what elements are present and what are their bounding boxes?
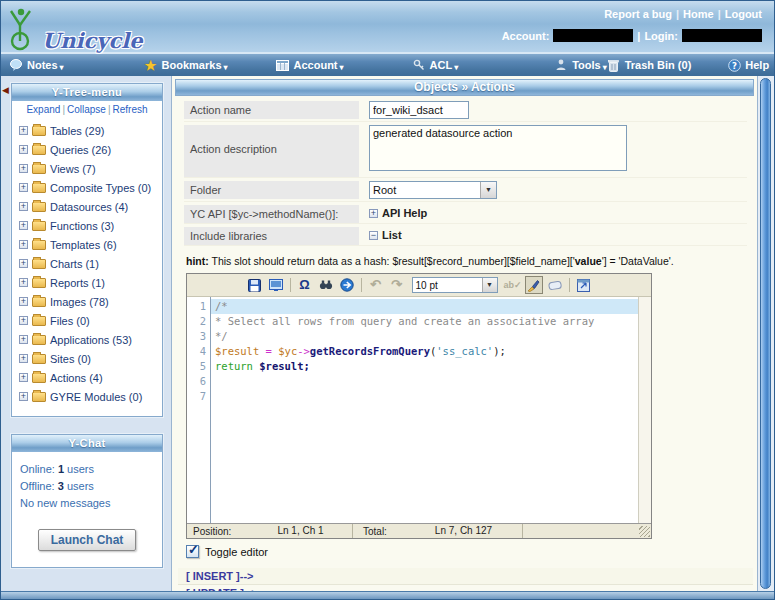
sidebar-collapse-icon[interactable]: ◀ — [2, 85, 9, 95]
expand-icon[interactable] — [19, 240, 28, 249]
account-value-redacted — [553, 29, 633, 42]
folder-select[interactable]: Root ▼ — [369, 181, 497, 199]
tree-collapse-link[interactable]: Collapse — [67, 104, 106, 115]
action-description-textarea[interactable]: generated datasource action — [369, 125, 627, 171]
tree-item[interactable]: Views (7) — [19, 159, 162, 178]
account-icon — [276, 59, 290, 72]
find-icon[interactable] — [317, 276, 335, 294]
libraries-list-link[interactable]: List — [382, 229, 402, 241]
menu-help[interactable]: ? Help — [727, 59, 769, 72]
tree-item-label: Views (7) — [50, 163, 96, 175]
yc-api-label: YC API [$yc->methodName()]: — [184, 205, 359, 223]
expand-icon[interactable] — [19, 278, 28, 287]
expand-icon[interactable] — [19, 354, 28, 363]
tree-item[interactable]: Charts (1) — [19, 254, 162, 273]
folder-icon — [32, 164, 46, 174]
eraser-icon[interactable] — [546, 276, 564, 294]
api-help-link[interactable]: API Help — [382, 207, 427, 219]
font-size-select[interactable]: 10 pt ▼ — [412, 277, 498, 293]
toggle-editor-checkbox[interactable] — [186, 545, 199, 558]
report-bug-link[interactable]: Report a bug — [604, 8, 672, 20]
action-links: [ INSERT ]-->[ UPDATE ]-->[ DELETE ]--> — [178, 568, 753, 591]
menu-trash-bin[interactable]: Trash Bin (0) — [607, 59, 692, 72]
menu-account[interactable]: Account — [276, 59, 344, 72]
main-scrollbar-thumb[interactable] — [760, 78, 771, 589]
undo-icon[interactable]: ↶ — [367, 276, 385, 294]
tree-item[interactable]: Files (0) — [19, 311, 162, 330]
highlight-brush-icon[interactable] — [525, 276, 543, 294]
folder-icon — [32, 126, 46, 136]
expand-icon[interactable] — [19, 126, 28, 135]
menu-account-label: Account — [294, 59, 344, 71]
folder-icon — [32, 278, 46, 288]
main-scrollbar-track[interactable] — [757, 76, 774, 591]
help-icon: ? — [727, 59, 741, 72]
tree-item-label: Reports (1) — [50, 277, 105, 289]
expand-icon[interactable] — [19, 373, 28, 382]
tree-item-label: Tables (29) — [50, 125, 104, 137]
redo-icon[interactable]: ↷ — [388, 276, 406, 294]
tree-item[interactable]: Composite Types (0) — [19, 178, 162, 197]
expand-icon[interactable] — [19, 183, 28, 192]
tree-item[interactable]: Reports (1) — [19, 273, 162, 292]
app-logo: Unicycle — [1, 1, 143, 52]
expand-icon[interactable] — [19, 297, 28, 306]
menu-notes[interactable]: Notes — [9, 59, 64, 72]
notes-icon — [9, 59, 23, 72]
editor-scrollbar[interactable] — [638, 297, 651, 523]
goto-icon[interactable] — [338, 276, 356, 294]
special-chars-icon[interactable]: Ω — [296, 276, 314, 294]
home-link[interactable]: Home — [683, 8, 714, 20]
action-name-input[interactable] — [369, 101, 469, 119]
tree-item[interactable]: Applications (53) — [19, 330, 162, 349]
expand-icon[interactable] — [19, 164, 28, 173]
tree-item[interactable]: Images (78) — [19, 292, 162, 311]
fullscreen-icon[interactable] — [267, 276, 285, 294]
logo-wordmark: Unicycle — [42, 31, 143, 51]
resize-handle-icon[interactable] — [639, 526, 650, 537]
tree-item[interactable]: Templates (6) — [19, 235, 162, 254]
api-help-expand-icon[interactable] — [369, 209, 378, 218]
chat-online-line: Online: 1 users — [20, 463, 154, 475]
launch-chat-button[interactable]: Launch Chat — [38, 529, 137, 551]
tree-item-label: GYRE Modules (0) — [50, 391, 142, 403]
total-value: Ln 7, Ch 127 — [405, 524, 523, 538]
spellcheck-icon[interactable]: ab✓ — [504, 276, 522, 294]
account-label: Account: — [502, 30, 550, 42]
expand-icon[interactable] — [19, 316, 28, 325]
sidebar: ◀ Y-Tree-menu Expand|Collapse|Refresh Ta… — [1, 76, 171, 591]
expand-icon[interactable] — [19, 335, 28, 344]
tree-item[interactable]: Queries (26) — [19, 140, 162, 159]
code-area[interactable]: 1234567 /** Select all rows from query a… — [187, 297, 651, 523]
tree-item[interactable]: Tables (29) — [19, 121, 162, 140]
header: Unicycle Report a bug|Home|Logout Accoun… — [1, 1, 774, 52]
tree-refresh-link[interactable]: Refresh — [113, 104, 148, 115]
tree-panel-title: Y-Tree-menu — [12, 84, 162, 101]
select-arrow-icon: ▼ — [480, 182, 496, 198]
tree-controls: Expand|Collapse|Refresh — [12, 101, 162, 117]
save-icon[interactable] — [246, 276, 264, 294]
logout-link[interactable]: Logout — [725, 8, 762, 20]
menu-bookmarks[interactable]: ★ Bookmarks — [144, 59, 228, 72]
action-description-label: Action description — [184, 125, 359, 177]
tree-expand-link[interactable]: Expand — [26, 104, 60, 115]
tree-item[interactable]: GYRE Modules (0) — [19, 387, 162, 406]
tree-item-label: Files (0) — [50, 315, 90, 327]
tree-item[interactable]: Datasources (4) — [19, 197, 162, 216]
expand-icon[interactable] — [19, 392, 28, 401]
libraries-collapse-icon[interactable] — [369, 231, 378, 240]
tree-item[interactable]: Sites (0) — [19, 349, 162, 368]
expand-icon[interactable] — [19, 259, 28, 268]
tree-item[interactable]: Actions (4) — [19, 368, 162, 387]
line-number: 1 — [187, 299, 206, 314]
action-link[interactable]: [ INSERT ]--> — [178, 568, 753, 585]
menu-trash-label: Trash Bin (0) — [625, 59, 692, 71]
menu-tools[interactable]: Tools — [554, 59, 607, 72]
expand-icon[interactable] — [19, 221, 28, 230]
form-row-action-description: Action description generated datasource … — [184, 125, 747, 178]
tree-item[interactable]: Functions (3) — [19, 216, 162, 235]
expand-icon[interactable] — [19, 145, 28, 154]
menu-acl[interactable]: ACL — [412, 59, 459, 72]
expand-icon[interactable] — [19, 202, 28, 211]
popup-editor-icon[interactable] — [575, 276, 593, 294]
